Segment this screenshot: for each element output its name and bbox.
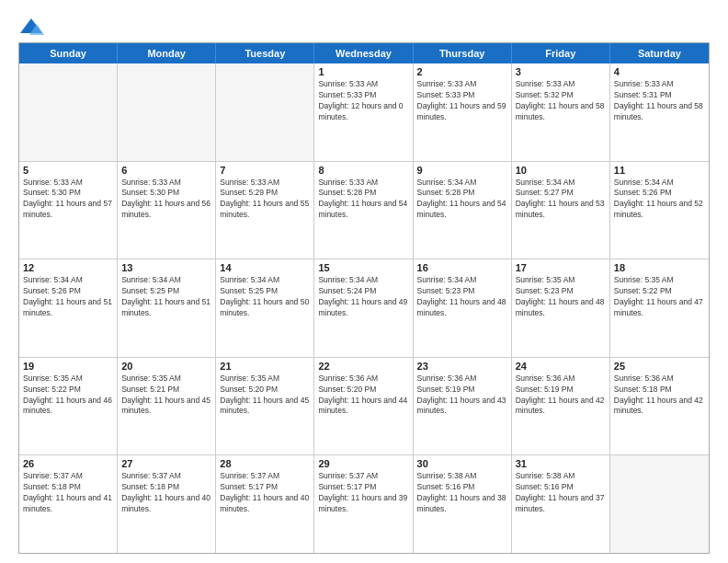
day-info: Sunrise: 5:34 AMSunset: 5:24 PMDaylight:… (318, 275, 408, 319)
calendar-cell: 13Sunrise: 5:34 AMSunset: 5:25 PMDayligh… (118, 259, 216, 357)
day-number: 27 (121, 458, 211, 469)
day-number: 11 (614, 165, 705, 176)
day-number: 15 (318, 262, 408, 273)
header-sunday: Sunday (19, 43, 118, 63)
day-number: 19 (23, 361, 113, 372)
day-number: 28 (220, 458, 310, 469)
logo-icon (18, 17, 44, 37)
calendar-body: 1Sunrise: 5:33 AMSunset: 5:33 PMDaylight… (19, 63, 709, 553)
calendar-week-4: 26Sunrise: 5:37 AMSunset: 5:18 PMDayligh… (19, 454, 709, 553)
day-info: Sunrise: 5:37 AMSunset: 5:17 PMDaylight:… (220, 471, 310, 515)
day-number: 12 (23, 262, 113, 273)
day-number: 5 (23, 165, 113, 176)
day-info: Sunrise: 5:33 AMSunset: 5:28 PMDaylight:… (318, 178, 408, 222)
day-info: Sunrise: 5:35 AMSunset: 5:21 PMDaylight:… (121, 373, 211, 418)
calendar-cell: 9Sunrise: 5:34 AMSunset: 5:28 PMDaylight… (414, 162, 512, 259)
day-number: 25 (614, 361, 705, 372)
calendar-cell: 27Sunrise: 5:37 AMSunset: 5:18 PMDayligh… (118, 455, 216, 553)
calendar-cell: 11Sunrise: 5:34 AMSunset: 5:26 PMDayligh… (610, 162, 709, 259)
day-info: Sunrise: 5:38 AMSunset: 5:16 PMDaylight:… (417, 471, 507, 515)
day-info: Sunrise: 5:33 AMSunset: 5:30 PMDaylight:… (121, 178, 211, 222)
header-thursday: Thursday (414, 43, 512, 63)
calendar-cell: 16Sunrise: 5:34 AMSunset: 5:23 PMDayligh… (414, 259, 512, 357)
day-info: Sunrise: 5:34 AMSunset: 5:28 PMDaylight:… (417, 178, 507, 222)
day-info: Sunrise: 5:33 AMSunset: 5:33 PMDaylight:… (417, 79, 507, 123)
day-number: 13 (121, 262, 211, 273)
day-number: 7 (220, 165, 310, 176)
calendar-cell: 23Sunrise: 5:36 AMSunset: 5:19 PMDayligh… (414, 358, 512, 455)
page: Sunday Monday Tuesday Wednesday Thursday… (0, 0, 728, 563)
day-info: Sunrise: 5:34 AMSunset: 5:26 PMDaylight:… (23, 275, 113, 319)
day-number: 16 (417, 262, 507, 273)
day-number: 22 (318, 361, 408, 372)
day-info: Sunrise: 5:38 AMSunset: 5:16 PMDaylight:… (516, 471, 606, 515)
calendar-week-3: 19Sunrise: 5:35 AMSunset: 5:22 PMDayligh… (19, 357, 709, 455)
header-wednesday: Wednesday (314, 43, 413, 63)
calendar-cell: 19Sunrise: 5:35 AMSunset: 5:22 PMDayligh… (19, 358, 118, 455)
calendar-cell: 1Sunrise: 5:33 AMSunset: 5:33 PMDaylight… (314, 63, 413, 161)
calendar-cell: 31Sunrise: 5:38 AMSunset: 5:16 PMDayligh… (512, 455, 610, 553)
day-info: Sunrise: 5:37 AMSunset: 5:18 PMDaylight:… (121, 471, 211, 515)
day-number: 31 (516, 458, 606, 469)
logo (18, 17, 48, 37)
calendar-cell: 18Sunrise: 5:35 AMSunset: 5:22 PMDayligh… (610, 259, 709, 357)
day-info: Sunrise: 5:36 AMSunset: 5:18 PMDaylight:… (614, 373, 705, 418)
header-monday: Monday (118, 43, 216, 63)
calendar-cell: 7Sunrise: 5:33 AMSunset: 5:29 PMDaylight… (216, 162, 314, 259)
day-info: Sunrise: 5:36 AMSunset: 5:19 PMDaylight:… (417, 373, 507, 418)
day-number: 18 (614, 262, 705, 273)
day-number: 26 (23, 458, 113, 469)
calendar-cell: 29Sunrise: 5:37 AMSunset: 5:17 PMDayligh… (314, 455, 413, 553)
calendar-cell (19, 63, 118, 161)
calendar-cell: 25Sunrise: 5:36 AMSunset: 5:18 PMDayligh… (610, 358, 709, 455)
header (18, 17, 710, 37)
day-info: Sunrise: 5:35 AMSunset: 5:22 PMDaylight:… (614, 275, 705, 319)
day-info: Sunrise: 5:35 AMSunset: 5:22 PMDaylight:… (23, 373, 113, 418)
calendar-cell: 28Sunrise: 5:37 AMSunset: 5:17 PMDayligh… (216, 455, 314, 553)
day-info: Sunrise: 5:35 AMSunset: 5:23 PMDaylight:… (516, 275, 606, 319)
day-number: 23 (417, 361, 507, 372)
day-info: Sunrise: 5:34 AMSunset: 5:23 PMDaylight:… (417, 275, 507, 319)
calendar-cell: 20Sunrise: 5:35 AMSunset: 5:21 PMDayligh… (118, 358, 216, 455)
calendar-header-row: Sunday Monday Tuesday Wednesday Thursday… (19, 43, 709, 63)
calendar-week-1: 5Sunrise: 5:33 AMSunset: 5:30 PMDaylight… (19, 161, 709, 259)
day-number: 30 (417, 458, 507, 469)
day-number: 29 (318, 458, 408, 469)
calendar-cell (216, 63, 314, 161)
day-number: 14 (220, 262, 310, 273)
calendar-cell: 17Sunrise: 5:35 AMSunset: 5:23 PMDayligh… (512, 259, 610, 357)
calendar-cell: 14Sunrise: 5:34 AMSunset: 5:25 PMDayligh… (216, 259, 314, 357)
calendar-cell: 10Sunrise: 5:34 AMSunset: 5:27 PMDayligh… (512, 162, 610, 259)
calendar-cell: 12Sunrise: 5:34 AMSunset: 5:26 PMDayligh… (19, 259, 118, 357)
calendar-cell: 15Sunrise: 5:34 AMSunset: 5:24 PMDayligh… (314, 259, 413, 357)
calendar-cell: 5Sunrise: 5:33 AMSunset: 5:30 PMDaylight… (19, 162, 118, 259)
calendar-cell: 6Sunrise: 5:33 AMSunset: 5:30 PMDaylight… (118, 162, 216, 259)
day-info: Sunrise: 5:34 AMSunset: 5:27 PMDaylight:… (516, 178, 606, 222)
day-info: Sunrise: 5:34 AMSunset: 5:26 PMDaylight:… (614, 178, 705, 222)
day-info: Sunrise: 5:33 AMSunset: 5:30 PMDaylight:… (23, 178, 113, 222)
day-number: 2 (417, 66, 507, 77)
day-info: Sunrise: 5:33 AMSunset: 5:33 PMDaylight:… (318, 79, 408, 123)
calendar-cell: 4Sunrise: 5:33 AMSunset: 5:31 PMDaylight… (610, 63, 709, 161)
day-number: 4 (614, 66, 705, 77)
day-info: Sunrise: 5:36 AMSunset: 5:20 PMDaylight:… (318, 373, 408, 418)
calendar-cell: 21Sunrise: 5:35 AMSunset: 5:20 PMDayligh… (216, 358, 314, 455)
calendar-cell: 8Sunrise: 5:33 AMSunset: 5:28 PMDaylight… (314, 162, 413, 259)
day-info: Sunrise: 5:33 AMSunset: 5:31 PMDaylight:… (614, 79, 705, 123)
day-info: Sunrise: 5:37 AMSunset: 5:18 PMDaylight:… (23, 471, 113, 515)
calendar: Sunday Monday Tuesday Wednesday Thursday… (18, 42, 710, 554)
day-info: Sunrise: 5:37 AMSunset: 5:17 PMDaylight:… (318, 471, 408, 515)
day-number: 3 (516, 66, 606, 77)
day-info: Sunrise: 5:35 AMSunset: 5:20 PMDaylight:… (220, 373, 310, 418)
calendar-cell: 22Sunrise: 5:36 AMSunset: 5:20 PMDayligh… (314, 358, 413, 455)
day-number: 9 (417, 165, 507, 176)
calendar-cell: 24Sunrise: 5:36 AMSunset: 5:19 PMDayligh… (512, 358, 610, 455)
day-number: 17 (516, 262, 606, 273)
header-tuesday: Tuesday (216, 43, 314, 63)
day-number: 6 (121, 165, 211, 176)
day-number: 8 (318, 165, 408, 176)
day-info: Sunrise: 5:34 AMSunset: 5:25 PMDaylight:… (220, 275, 310, 319)
day-number: 21 (220, 361, 310, 372)
day-number: 24 (516, 361, 606, 372)
day-info: Sunrise: 5:36 AMSunset: 5:19 PMDaylight:… (516, 373, 606, 418)
